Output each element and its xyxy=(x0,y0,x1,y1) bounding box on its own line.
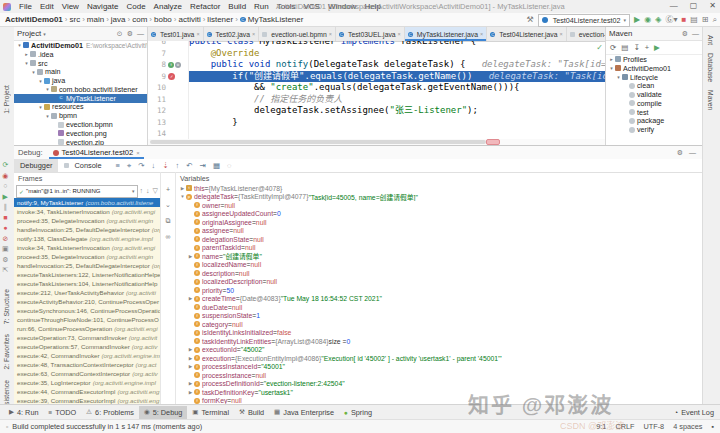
tab-evection-listener-bpmn[interactable]: evection-listener.bpmn× xyxy=(567,27,605,41)
toolwindow-5-debug[interactable]: ◉5: Debug xyxy=(139,406,187,419)
close-icon[interactable]: × xyxy=(136,150,140,156)
close-icon[interactable]: × xyxy=(196,31,199,37)
hide-panel-icon[interactable]: — xyxy=(692,30,699,38)
project-tree-item[interactable]: ▾com.bobo.activiti.listener xyxy=(14,85,147,94)
stop-button[interactable]: ■ xyxy=(681,15,686,25)
evaluate-expression-icon[interactable]: ▦ xyxy=(213,161,220,171)
variable-row[interactable]: ▶fcreateTime = {Date@4083} "Tue May 18 1… xyxy=(176,295,702,304)
menu-navigate[interactable]: Navigate xyxy=(83,2,123,11)
tool-strip-project[interactable]: 1: Project xyxy=(3,85,10,114)
device-manager-icon[interactable]: ▤ xyxy=(690,15,698,25)
close-button[interactable]: ✕ xyxy=(709,1,716,10)
project-tree-item[interactable]: ▾java xyxy=(14,76,147,85)
copy-stack-icon[interactable]: ⧉ xyxy=(166,217,171,225)
gutter[interactable]: 9✓ xyxy=(148,71,189,83)
project-tree-item[interactable]: ▸.idea xyxy=(14,50,147,59)
debug-button[interactable]: ◉ xyxy=(644,15,651,25)
close-icon[interactable]: × xyxy=(398,31,401,37)
frame-up-icon[interactable]: ↑ xyxy=(140,187,144,195)
frame-row[interactable]: handleInvocation:25, DefaultDelegateInte… xyxy=(14,261,160,270)
toolwindow-spring[interactable]: ●Spring xyxy=(339,406,377,419)
toolwindow-java-enterprise[interactable]: ▦Java Enterprise xyxy=(269,406,339,419)
chevron-right-icon[interactable]: ▶ xyxy=(187,356,194,361)
project-tree-item[interactable]: ▾ActivitiDemo01E:\workspace\ActivitiWork… xyxy=(14,41,147,50)
variable-row[interactable]: ▶fname = "创建请假单" xyxy=(176,252,702,261)
mute-breakpoints-icon[interactable]: ⊘ xyxy=(2,235,8,242)
hide-panel-icon[interactable]: — xyxy=(689,149,696,157)
frame-row[interactable]: invoke:34, TaskListenerInvocation(org.ac… xyxy=(14,207,160,216)
view-breakpoints-icon[interactable]: ● xyxy=(3,224,7,231)
maven-tree-item[interactable]: clean xyxy=(606,81,702,90)
gutter[interactable]: 14 xyxy=(148,128,189,139)
chevron-right-icon[interactable]: ▶ xyxy=(179,186,186,191)
tab-evection-uel-bpmn[interactable]: evection-uel.bpmn× xyxy=(259,27,336,41)
frame-row[interactable]: proceed:35, DelegateInvocation(org.activ… xyxy=(14,252,160,261)
project-tree-item[interactable]: ▾main xyxy=(14,67,147,76)
frame-row[interactable]: executeActivityBehavior:210, ContinuePro… xyxy=(14,297,160,306)
filter-frames-icon[interactable]: ▽ xyxy=(153,187,158,195)
chevron-down-icon[interactable]: ▼ xyxy=(179,194,186,199)
generate-sources-icon[interactable]: ▤ xyxy=(621,43,628,52)
project-tree-item[interactable]: ▾bpmn xyxy=(14,111,147,120)
search-everywhere-icon[interactable]: ⌕ xyxy=(713,15,717,25)
variable-row[interactable]: fpriority = 50 xyxy=(176,286,702,295)
settings-icon[interactable]: ⚙ xyxy=(682,30,688,38)
locate-file-icon[interactable]: ⊙ xyxy=(117,30,123,38)
run-to-cursor-icon[interactable]: ⇥ xyxy=(200,161,206,171)
thread-selector[interactable]: ✓ "main"@1 in..in": RUNNING ▾ xyxy=(16,185,138,198)
hide-panel-icon[interactable]: — xyxy=(137,30,144,38)
encoding[interactable]: UTF-8 xyxy=(644,422,665,431)
frame-row[interactable]: proceed:35, DelegateInvocation(org.activ… xyxy=(14,216,160,225)
chevron-down-icon[interactable]: ▾ xyxy=(43,31,46,37)
variable-row[interactable]: flocalizedName = null xyxy=(176,261,702,270)
gutter[interactable]: 12 xyxy=(148,105,189,117)
project-tree-item[interactable]: CMyTaskListener xyxy=(14,94,147,103)
indent-style[interactable]: 4 spaces xyxy=(673,422,702,431)
frame-row[interactable]: executeOperations:57, CommandInvoker(org… xyxy=(14,342,160,351)
variable-row[interactable]: fparentTaskId = null xyxy=(176,244,702,253)
tab-test02-java[interactable]: CTest02.java× xyxy=(204,27,260,41)
overrides-method-icon[interactable]: ↑ xyxy=(168,62,174,68)
chevron-down-icon[interactable]: ▾ xyxy=(37,78,44,84)
readonly-lock[interactable]: ▪ xyxy=(711,422,714,431)
menu-edit[interactable]: Edit xyxy=(36,2,58,11)
add-watch-icon[interactable]: + xyxy=(166,186,170,193)
reimport-icon[interactable]: ⟳ xyxy=(610,43,616,52)
toolwindow-4-run[interactable]: ▶4: Run xyxy=(4,406,44,419)
mute-breakpoints-icon[interactable]: ◌ xyxy=(227,161,231,171)
tab-mytasklistener-java[interactable]: CMyTaskListener.java× xyxy=(405,27,487,41)
frame-row[interactable]: handleInvocation:25, DefaultDelegateInte… xyxy=(14,225,160,234)
close-icon[interactable]: × xyxy=(252,31,255,37)
debug-settings-icon[interactable]: ⚙ xyxy=(2,256,8,263)
event-log-button[interactable]: ◔ Event Log xyxy=(674,408,716,417)
breadcrumb-item[interactable]: main xyxy=(87,15,104,24)
breadcrumb-item[interactable]: bobo xyxy=(154,15,172,24)
chevron-down-icon[interactable]: ▾ xyxy=(23,60,30,66)
variable-row[interactable]: fassignee = null xyxy=(176,227,702,236)
tab-debugger[interactable]: Debugger xyxy=(14,159,58,172)
gutter[interactable]: 13 xyxy=(148,117,189,129)
frame-row[interactable]: notify:138, ClassDelegate(org.activiti.e… xyxy=(14,234,160,243)
variable-row[interactable]: fdescription = null xyxy=(176,269,702,278)
breadcrumb-item[interactable]: java xyxy=(111,15,126,24)
breadcrumb-item[interactable]: com xyxy=(132,15,147,24)
frame-row[interactable]: execute:212, UserTaskActivityBehavior(or… xyxy=(14,288,160,297)
menu-code[interactable]: Code xyxy=(122,2,149,11)
menu-refactor[interactable]: Refactor xyxy=(186,2,224,11)
coverage-button[interactable]: ◈ xyxy=(655,15,661,25)
variable-row[interactable]: fprocessInstance = null xyxy=(176,371,702,380)
chevron-right-icon[interactable]: ▶ xyxy=(187,364,194,369)
rerun-failed-icon[interactable]: ◉ xyxy=(2,172,8,179)
maven-tree-item[interactable]: validate xyxy=(606,90,702,99)
thread-dump-icon[interactable]: ▣ xyxy=(2,245,9,252)
pin-tab-icon[interactable]: ⇱ xyxy=(2,266,8,273)
line-separator[interactable]: CRLF xyxy=(615,422,634,431)
force-step-into-icon[interactable]: ⇣ xyxy=(162,161,168,171)
debug-session-tab[interactable]: Test04Listener.test02 × xyxy=(49,146,144,159)
variable-row[interactable]: fdueDate = null xyxy=(176,303,702,312)
variable-row[interactable]: fformKey = null xyxy=(176,397,702,405)
menu-view[interactable]: View xyxy=(58,2,83,11)
frame-row[interactable]: executeOperation:73, CommandInvoker(org.… xyxy=(14,333,160,342)
variable-row[interactable]: fassigneeUpdatedCount = 0 xyxy=(176,210,702,219)
maven-tree-item[interactable]: verify xyxy=(606,125,702,134)
